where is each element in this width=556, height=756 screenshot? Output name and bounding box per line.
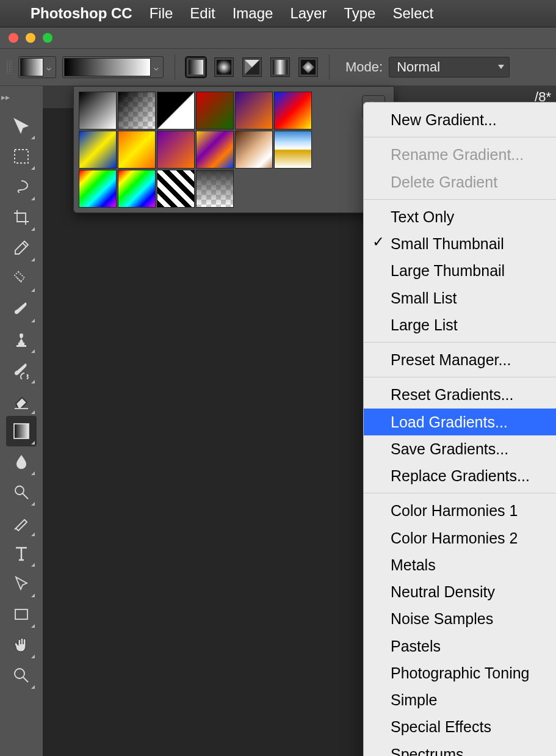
menu-item-label: Neutral Density — [391, 583, 495, 600]
gradient-preset-transparent-stripes[interactable] — [157, 170, 195, 208]
blur-tool[interactable] — [6, 446, 37, 477]
menu-type[interactable]: Type — [344, 5, 375, 22]
gradient-preset-neutral-density[interactable] — [196, 170, 234, 208]
zoom-window-button[interactable] — [43, 33, 52, 43]
crop-tool[interactable] — [6, 202, 37, 233]
menu-item-small-thumbnail[interactable]: ✓Small Thumbnail — [364, 230, 556, 257]
gradient-preset-foreground-to-background[interactable] — [79, 92, 117, 129]
blend-mode-select[interactable]: Normal — [389, 57, 510, 78]
menu-item-new-gradient[interactable]: New Gradient... — [364, 106, 556, 133]
menu-item-label: Replace Gradients... — [391, 467, 530, 484]
menu-item-text-only[interactable]: Text Only — [364, 203, 556, 230]
dodge-tool[interactable] — [6, 477, 37, 507]
menu-layer[interactable]: Layer — [290, 5, 327, 22]
gradient-preset-red-green[interactable] — [196, 92, 234, 129]
gradient-preset-orange-yellow-orange[interactable] — [118, 131, 156, 169]
pathsel-icon — [12, 575, 31, 593]
mode-label: Mode: — [345, 59, 383, 75]
reflected-gradient-button[interactable] — [270, 57, 290, 77]
gradient-preset-transparent-rainbow[interactable] — [118, 170, 156, 208]
menu-file[interactable]: File — [150, 5, 173, 22]
app-window: ⌵ ⌵ Mode: Normal ▸▸ /8* — [0, 27, 556, 756]
rectangle-tool[interactable] — [6, 599, 37, 630]
stamp-icon — [12, 330, 31, 349]
diamond-gradient-button[interactable] — [298, 57, 318, 77]
menu-item-preset-manager[interactable]: Preset Manager... — [364, 346, 556, 373]
svg-point-10 — [15, 669, 24, 678]
history-brush-tool[interactable] — [6, 355, 37, 385]
menu-item-load-gradients[interactable]: Load Gradients... — [364, 409, 556, 435]
brush-tool[interactable] — [6, 294, 37, 324]
flyout-indicator-icon — [31, 349, 35, 353]
gradient-preset-copper[interactable] — [235, 131, 273, 169]
menu-item-large-list[interactable]: Large List — [364, 311, 556, 338]
menu-image[interactable]: Image — [233, 5, 273, 22]
tool-preset-picker[interactable]: ⌵ — [18, 56, 56, 78]
eyedropper-tool[interactable] — [6, 233, 37, 263]
menu-item-pastels[interactable]: Pastels — [364, 633, 556, 660]
menu-item-special-effects[interactable]: Special Effects — [364, 713, 556, 740]
flyout-indicator-icon — [31, 288, 35, 292]
gradient-preset-black-white[interactable] — [157, 92, 195, 129]
flyout-indicator-icon — [31, 441, 35, 445]
lasso-tool[interactable] — [6, 172, 37, 202]
gradient-preset-violet-orange[interactable] — [235, 92, 273, 129]
main-area: ▸▸ /8* New Gradient...Rename Gradient...… — [0, 86, 556, 756]
gradient-preset-spectrum[interactable] — [79, 170, 117, 208]
menu-item-label: Photographic Toning — [391, 664, 530, 681]
app-name[interactable]: Photoshop CC — [31, 5, 132, 22]
menu-separator — [364, 377, 556, 377]
menu-item-metals[interactable]: Metals — [364, 551, 556, 578]
marquee-tool[interactable] — [6, 141, 37, 172]
close-window-button[interactable] — [9, 33, 18, 43]
menu-select[interactable]: Select — [392, 5, 433, 22]
menu-item-reset-gradients[interactable]: Reset Gradients... — [364, 381, 556, 408]
blend-mode-value: Normal — [397, 59, 440, 75]
menu-item-color-harmonies-1[interactable]: Color Harmonies 1 — [364, 497, 556, 524]
flyout-indicator-icon — [31, 502, 35, 506]
menu-item-noise-samples[interactable]: Noise Samples — [364, 605, 556, 632]
pen-tool[interactable] — [6, 507, 37, 538]
collapse-panels-icon[interactable]: ▸▸ — [1, 92, 20, 108]
clone-stamp-tool[interactable] — [6, 324, 37, 355]
historybrush-icon — [12, 361, 31, 379]
gradient-tool[interactable] — [6, 416, 37, 446]
hand-icon — [12, 636, 31, 654]
gradient-preset-yellow-violet-orange-blue[interactable] — [196, 131, 234, 169]
menu-item-save-gradients[interactable]: Save Gradients... — [364, 435, 556, 462]
minimize-window-button[interactable] — [26, 33, 35, 43]
flyout-indicator-icon — [31, 624, 35, 628]
menu-item-neutral-density[interactable]: Neutral Density — [364, 578, 556, 605]
healing-brush-tool[interactable] — [6, 263, 37, 294]
menu-item-label: Spectrums — [391, 746, 463, 757]
menu-item-spectrums[interactable]: Spectrums — [364, 741, 556, 757]
menu-item-replace-gradients[interactable]: Replace Gradients... — [364, 462, 556, 489]
menu-item-small-list[interactable]: Small List — [364, 285, 556, 311]
gradient-preset-picker[interactable]: ⌵ — [62, 56, 164, 78]
gradient-preset-chrome[interactable] — [274, 131, 312, 169]
menu-item-large-thumbnail[interactable]: Large Thumbnail — [364, 257, 556, 284]
radial-gradient-button[interactable] — [214, 57, 234, 77]
options-bar-grip[interactable] — [6, 60, 12, 74]
hand-tool[interactable] — [6, 630, 37, 660]
angle-gradient-button[interactable] — [242, 57, 262, 77]
gradient-preset-blue-yellow-blue[interactable] — [79, 131, 117, 169]
canvas-area[interactable]: /8* New Gradient...Rename Gradient...Del… — [43, 86, 556, 756]
linear-gradient-button[interactable] — [186, 57, 206, 77]
gradient-preset-blue-red-yellow[interactable] — [274, 92, 312, 129]
zoom-tool[interactable] — [6, 660, 37, 691]
gradient-preset-violet-orange-2[interactable] — [157, 131, 195, 169]
eraser-tool[interactable] — [6, 385, 37, 416]
menu-item-simple[interactable]: Simple — [364, 686, 556, 713]
path-selection-tool[interactable] — [6, 569, 37, 599]
svg-rect-6 — [16, 345, 26, 347]
menu-item-label: Color Harmonies 1 — [391, 502, 518, 519]
menu-edit[interactable]: Edit — [190, 5, 215, 22]
menu-item-color-harmonies-2[interactable]: Color Harmonies 2 — [364, 525, 556, 551]
move-tool[interactable] — [6, 111, 37, 141]
menu-item-label: Delete Gradient — [391, 173, 497, 191]
type-tool[interactable] — [6, 538, 37, 569]
svg-rect-1 — [217, 60, 231, 75]
menu-item-photographic-toning[interactable]: Photographic Toning — [364, 660, 556, 686]
gradient-preset-foreground-to-transparent[interactable] — [118, 92, 156, 129]
